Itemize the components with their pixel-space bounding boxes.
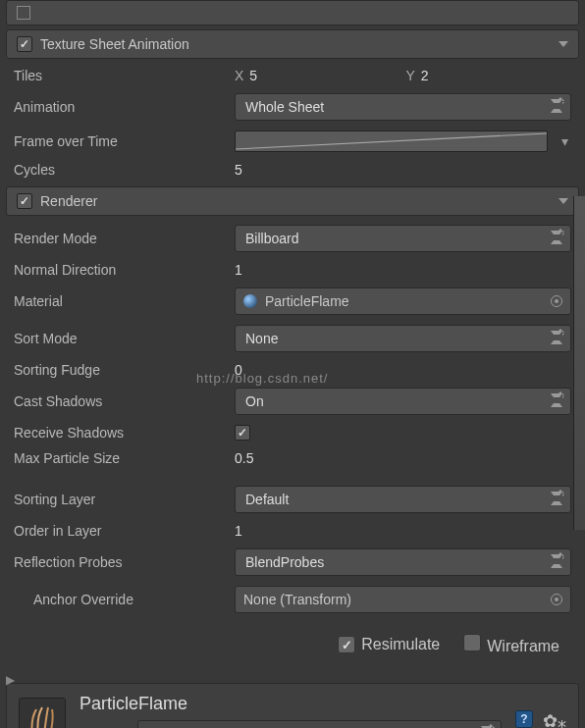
renderer-enable-checkbox[interactable] — [17, 193, 32, 209]
tiles-y-field[interactable]: 2 — [421, 68, 571, 83]
material-thumbnail-icon — [19, 698, 66, 729]
order-in-layer-field[interactable]: 1 — [235, 523, 571, 539]
frame-over-time-label: Frame over Time — [14, 133, 225, 149]
renderer-module-header[interactable]: Renderer — [6, 186, 579, 216]
order-in-layer-label: Order in Layer — [14, 523, 225, 539]
animation-dropdown[interactable]: Whole Sheet — [235, 93, 571, 121]
max-particle-size-field[interactable]: 0.5 — [235, 450, 571, 466]
help-icon[interactable]: ? — [515, 710, 533, 728]
tiles-y-label: Y — [406, 68, 415, 83]
reflection-probes-label: Reflection Probes — [14, 554, 225, 570]
sorting-fudge-label: Sorting Fudge — [14, 362, 225, 378]
resimulate-toggle[interactable]: Resimulate — [338, 636, 440, 654]
frame-over-time-curve[interactable] — [235, 130, 548, 152]
anchor-override-slot[interactable]: None (Transform) — [235, 586, 571, 613]
object-picker-icon[interactable] — [551, 295, 562, 307]
sorting-layer-dropdown[interactable]: Default — [235, 486, 571, 513]
texture-sheet-animation-header[interactable]: Texture Sheet Animation — [6, 29, 579, 59]
sort-mode-label: Sort Mode — [14, 331, 225, 346]
render-mode-label: Render Mode — [14, 231, 225, 246]
reflection-probes-dropdown[interactable]: BlendProbes — [235, 548, 571, 576]
gear-icon[interactable]: ✿⁎ — [543, 710, 566, 729]
material-slot[interactable]: ParticleFlame — [235, 287, 571, 315]
checkmark-icon — [338, 636, 355, 653]
receive-shadows-checkbox[interactable] — [235, 425, 250, 441]
checkbox-stub — [17, 6, 30, 20]
cast-shadows-label: Cast Shadows — [14, 393, 225, 409]
normal-direction-label: Normal Direction — [14, 262, 225, 278]
curve-mode-arrow-icon[interactable]: ▾ — [558, 133, 571, 149]
animation-label: Animation — [14, 99, 225, 115]
material-header[interactable]: ParticleFlame Shader Particles/Alpha Ble… — [6, 683, 579, 728]
material-label: Material — [14, 293, 225, 309]
tiles-x-label: X — [235, 68, 243, 83]
render-mode-dropdown[interactable]: Billboard — [235, 225, 571, 252]
renderer-title: Renderer — [40, 193, 97, 209]
tiles-label: Tiles — [14, 68, 225, 83]
material-foldout-arrow-icon[interactable]: ▶ — [6, 673, 15, 687]
wireframe-toggle[interactable]: Wireframe — [463, 634, 559, 655]
object-picker-icon[interactable] — [551, 594, 562, 605]
normal-direction-field[interactable]: 1 — [235, 262, 571, 278]
anchor-override-label: Anchor Override — [14, 592, 225, 607]
cast-shadows-dropdown[interactable]: On — [235, 388, 571, 415]
material-name: ParticleFlame — [80, 694, 502, 714]
checkbox-icon — [463, 634, 481, 651]
texture-sheet-title: Texture Sheet Animation — [40, 36, 189, 52]
scrollbar[interactable] — [573, 196, 585, 530]
cycles-label: Cycles — [14, 162, 225, 178]
previous-module-header-stub[interactable]: … — [6, 0, 579, 26]
cycles-field[interactable]: 5 — [235, 162, 571, 178]
sorting-layer-label: Sorting Layer — [14, 492, 225, 507]
sort-mode-dropdown[interactable]: None — [235, 325, 571, 352]
tiles-x-field[interactable]: 5 — [249, 68, 399, 83]
texture-sheet-enable-checkbox[interactable] — [17, 36, 32, 52]
max-particle-size-label: Max Particle Size — [14, 450, 225, 466]
receive-shadows-label: Receive Shadows — [14, 425, 225, 441]
shader-dropdown[interactable]: Particles/Alpha Blended — [137, 720, 502, 728]
material-preview-icon — [243, 294, 257, 308]
sorting-fudge-field[interactable]: 0 — [235, 362, 571, 378]
